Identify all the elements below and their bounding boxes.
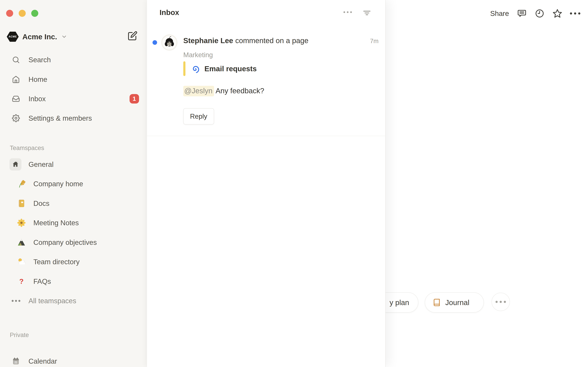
notification-title: Stephanie Lee commented on a page 7m [183, 36, 379, 45]
page-faqs[interactable]: ? FAQs [0, 273, 147, 290]
journal-template-button[interactable]: Journal [425, 292, 484, 313]
sidebar-item-label: Settings & members [28, 114, 92, 122]
ledger-icon [17, 199, 26, 208]
page-label: Company objectives [33, 238, 97, 247]
sidebar-item-search[interactable]: Search [0, 51, 147, 68]
quote-bar [183, 61, 185, 76]
journal-template-label: Journal [445, 298, 469, 307]
reply-button[interactable]: Reply [183, 108, 214, 125]
sidebar-item-label: Calendar [28, 357, 57, 365]
notification-workspace: Marketing [183, 51, 213, 59]
page-company-home[interactable]: Company home [0, 175, 147, 192]
svg-text:21: 21 [14, 361, 17, 364]
page-label: Team directory [33, 258, 80, 266]
inbox-popover: Inbox Stephanie Lee [147, 0, 386, 367]
notification-timestamp: 7m [370, 38, 379, 44]
page-label: Docs [33, 199, 50, 208]
workspace-switcher[interactable]: ACME Acme Inc. [7, 31, 67, 43]
home-icon [12, 75, 20, 84]
spiral-icon [191, 64, 199, 73]
minimize-window-button[interactable] [19, 10, 26, 17]
page-label: FAQs [33, 277, 51, 285]
sidebar-item-label: Inbox [28, 95, 46, 103]
sun-cloud-icon [17, 257, 26, 266]
ellipsis-icon [12, 297, 20, 305]
page-title: Email requests [204, 65, 257, 73]
sidebar-item-home[interactable]: Home [0, 71, 147, 88]
gear-icon [12, 114, 20, 123]
page-meeting-notes[interactable]: Meeting Notes [0, 214, 147, 231]
workspace-logo: ACME [7, 32, 19, 42]
search-icon [12, 56, 20, 64]
page-label: Meeting Notes [33, 219, 79, 227]
page-reference[interactable]: Email requests [183, 61, 257, 76]
avatar [162, 35, 176, 50]
comment-body: Any feedback? [216, 87, 264, 95]
sidebar-item-inbox[interactable]: Inbox 1 [0, 90, 147, 107]
calendar-icon: 21 [12, 357, 20, 366]
mention-chip[interactable]: @Jeslyn [183, 86, 214, 96]
comments-icon[interactable] [517, 8, 527, 18]
more-templates-button[interactable] [492, 293, 510, 311]
window-controls [6, 10, 38, 17]
teamspaces-section-header: Teamspaces [10, 144, 44, 151]
journal-book-icon [433, 299, 441, 307]
page-topbar: Share [490, 7, 580, 20]
question-mark-icon: ? [17, 277, 26, 286]
sidebar-item-all-teamspaces[interactable]: All teamspaces [0, 292, 147, 309]
page-team-directory[interactable]: Team directory [0, 253, 147, 270]
share-button[interactable]: Share [490, 9, 509, 17]
inbox-more-options-icon[interactable] [344, 11, 352, 13]
teamspace-general[interactable]: General [0, 156, 147, 173]
private-section-header: Private [10, 332, 29, 338]
house-icon [9, 158, 21, 170]
wheat-icon [17, 179, 26, 188]
close-window-button[interactable] [6, 10, 13, 17]
page-docs[interactable]: Docs [0, 195, 147, 212]
divider [147, 136, 385, 136]
inbox-filter-icon[interactable] [363, 8, 371, 17]
plan-template-label: y plan [389, 298, 409, 307]
notification-action: commented on a page [235, 36, 308, 45]
more-options-icon[interactable] [570, 8, 580, 18]
workspace-name: Acme Inc. [22, 33, 57, 41]
page-company-objectives[interactable]: Company objectives [0, 234, 147, 251]
page-label: Company home [33, 180, 83, 188]
unread-dot [153, 40, 157, 45]
flower-icon [17, 218, 26, 227]
sidebar-item-settings[interactable]: Settings & members [0, 110, 147, 127]
favorite-star-icon[interactable] [553, 8, 562, 18]
sidebar-item-label: Home [28, 75, 47, 83]
sidebar-item-label: All teamspaces [28, 297, 76, 305]
actor-name: Stephanie Lee [183, 36, 233, 45]
inbox-panel-title: Inbox [160, 8, 179, 17]
sidebar-item-label: Search [28, 56, 51, 64]
new-page-button[interactable] [128, 31, 138, 41]
history-clock-icon[interactable] [535, 8, 545, 18]
comment-text: @JeslynAny feedback? [183, 87, 264, 95]
inbox-icon [12, 94, 20, 103]
inbox-unread-badge: 1 [130, 94, 139, 104]
sidebar-item-calendar[interactable]: 21 Calendar [0, 353, 147, 367]
zoom-window-button[interactable] [31, 10, 38, 17]
chevron-down-icon [61, 34, 67, 40]
teamspace-label: General [28, 160, 54, 168]
mountain-icon [17, 238, 26, 247]
sidebar: ACME Acme Inc. Search Home Inbox 1 Setti… [0, 0, 147, 367]
